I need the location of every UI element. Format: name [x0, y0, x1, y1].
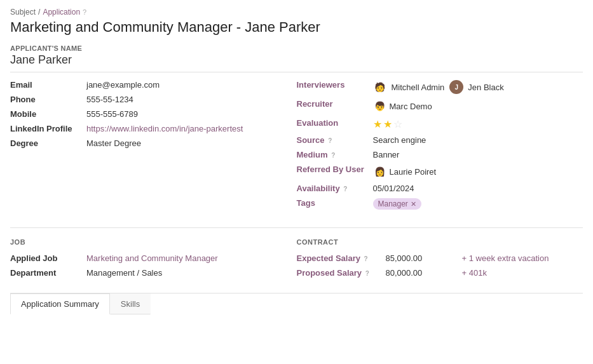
recruiter-label: Recruiter: [297, 99, 373, 109]
tab-skills-label: Skills: [121, 299, 140, 309]
applicant-name-label: Applicant's Name: [10, 44, 583, 52]
referred-avatar: 👩: [373, 165, 387, 179]
tags-row: Tags Manager ✕: [297, 198, 568, 210]
source-help[interactable]: ?: [328, 137, 332, 144]
applied-job-link[interactable]: Marketing and Community Manager: [86, 253, 218, 263]
proposed-salary-row: Proposed Salary ? 80,000.00 + 401k: [297, 268, 583, 278]
applied-job-row: Applied Job Marketing and Community Mana…: [10, 253, 282, 263]
email-label: Email: [10, 80, 86, 90]
left-column: Email jane@example.com Phone 555-55-1234…: [10, 80, 297, 215]
recruiter-row: Recruiter 👦 Marc Demo: [297, 99, 568, 113]
proposed-salary-label: Proposed Salary ?: [297, 268, 386, 278]
email-value: jane@example.com: [86, 80, 282, 90]
contract-section: CONTRACT Expected Salary ? 85,000.00 + 1…: [297, 238, 583, 283]
tags-value: Manager ✕: [373, 198, 568, 210]
linkedin-link[interactable]: https://www.linkedin.com/in/jane-parkert…: [86, 124, 243, 133]
expected-salary-value: 85,000.00: [386, 253, 462, 263]
availability-help[interactable]: ?: [343, 185, 347, 192]
tab-application-summary[interactable]: Application Summary: [10, 293, 110, 314]
tag-manager-label: Manager: [378, 199, 408, 208]
main-fields-section: Email jane@example.com Phone 555-55-1234…: [10, 80, 583, 215]
proposed-salary-help[interactable]: ?: [365, 270, 369, 277]
right-column: Interviewers 🧑 Mitchell Admin J Jen Blac…: [297, 80, 583, 215]
tab-application-summary-label: Application Summary: [21, 299, 99, 309]
interviewer-jen: J Jen Black: [449, 80, 503, 94]
interviewers-value: 🧑 Mitchell Admin J Jen Black: [373, 80, 568, 94]
applied-job-label: Applied Job: [10, 253, 86, 263]
expected-salary-row: Expected Salary ? 85,000.00 + 1 week ext…: [297, 253, 583, 263]
proposed-salary-value: 80,000.00: [386, 268, 462, 278]
star-3[interactable]: ☆: [393, 118, 402, 130]
breadcrumb-separator: /: [38, 8, 40, 17]
star-1[interactable]: ★: [373, 118, 382, 130]
referred-name: Laurie Poiret: [390, 167, 437, 177]
mobile-label: Mobile: [10, 109, 86, 119]
breadcrumb-subject: Subject: [10, 8, 36, 17]
evaluation-row: Evaluation ★ ★ ☆: [297, 118, 568, 130]
jen-name: Jen Black: [468, 83, 503, 92]
breadcrumb-help[interactable]: ?: [83, 8, 86, 16]
medium-value: Banner: [373, 150, 568, 159]
recruiter-name: Marc Demo: [390, 102, 432, 111]
proposed-salary-extra[interactable]: + 401k: [462, 268, 583, 278]
tab-skills[interactable]: Skills: [110, 293, 151, 314]
applicant-name: Jane Parker: [10, 53, 583, 72]
medium-row: Medium ? Banner: [297, 150, 568, 159]
breadcrumb-application[interactable]: Application: [43, 8, 80, 17]
evaluation-label: Evaluation: [297, 118, 373, 128]
linkedin-value: https://www.linkedin.com/in/jane-parkert…: [86, 124, 282, 133]
interviewers-label: Interviewers: [297, 80, 373, 90]
bottom-section: JOB Applied Job Marketing and Community …: [10, 238, 583, 283]
phone-value: 555-55-1234: [86, 95, 282, 104]
department-label: Department: [10, 268, 86, 278]
expected-salary-label: Expected Salary ?: [297, 253, 386, 263]
expected-salary-help[interactable]: ?: [364, 255, 368, 262]
email-row: Email jane@example.com: [10, 80, 282, 90]
contract-header: CONTRACT: [297, 238, 583, 246]
availability-row: Availability ? 05/01/2024: [297, 184, 568, 193]
referred-label: Referred By User: [297, 165, 373, 174]
degree-label: Degree: [10, 138, 86, 148]
applied-job-value: Marketing and Community Manager: [86, 253, 282, 263]
interviewer-mitchell: 🧑 Mitchell Admin: [373, 80, 445, 94]
medium-label: Medium ?: [297, 150, 373, 159]
availability-label: Availability ?: [297, 184, 373, 193]
mobile-value: 555-555-6789: [86, 109, 282, 119]
tabs-bar: Application Summary Skills: [10, 293, 583, 314]
mitchell-name: Mitchell Admin: [392, 83, 445, 92]
page-title: Marketing and Community Manager - Jane P…: [10, 19, 583, 36]
tags-label: Tags: [297, 198, 373, 208]
source-value: Search engine: [373, 135, 568, 145]
mobile-row: Mobile 555-555-6789: [10, 109, 282, 119]
medium-help[interactable]: ?: [331, 152, 335, 159]
recruiter-avatar: 👦: [373, 99, 387, 113]
source-row: Source ? Search engine: [297, 135, 568, 145]
expected-salary-extra[interactable]: + 1 week extra vacation: [462, 253, 583, 263]
mitchell-avatar: 🧑: [373, 80, 387, 94]
job-section: JOB Applied Job Marketing and Community …: [10, 238, 297, 283]
star-2[interactable]: ★: [383, 118, 392, 130]
department-row: Department Management / Sales: [10, 268, 282, 278]
source-label: Source ?: [297, 135, 373, 145]
availability-value: 05/01/2024: [373, 184, 568, 193]
referred-row: Referred By User 👩 Laurie Poiret: [297, 165, 568, 179]
department-value: Management / Sales: [86, 268, 282, 278]
linkedin-row: LinkedIn Profile https://www.linkedin.co…: [10, 124, 282, 133]
job-header: JOB: [10, 238, 282, 246]
phone-row: Phone 555-55-1234: [10, 95, 282, 104]
interviewers-row: Interviewers 🧑 Mitchell Admin J Jen Blac…: [297, 80, 568, 94]
jen-avatar: J: [449, 80, 463, 94]
evaluation-stars[interactable]: ★ ★ ☆: [373, 118, 568, 130]
recruiter-value: 👦 Marc Demo: [373, 99, 568, 113]
tag-manager-remove[interactable]: ✕: [411, 200, 416, 208]
section-divider: [10, 227, 583, 228]
phone-label: Phone: [10, 95, 86, 104]
breadcrumb: Subject / Application ?: [10, 8, 583, 17]
degree-row: Degree Master Degree: [10, 138, 282, 148]
degree-value: Master Degree: [86, 138, 282, 148]
referred-value: 👩 Laurie Poiret: [373, 165, 568, 179]
tag-manager: Manager ✕: [373, 198, 421, 210]
linkedin-label: LinkedIn Profile: [10, 124, 86, 133]
